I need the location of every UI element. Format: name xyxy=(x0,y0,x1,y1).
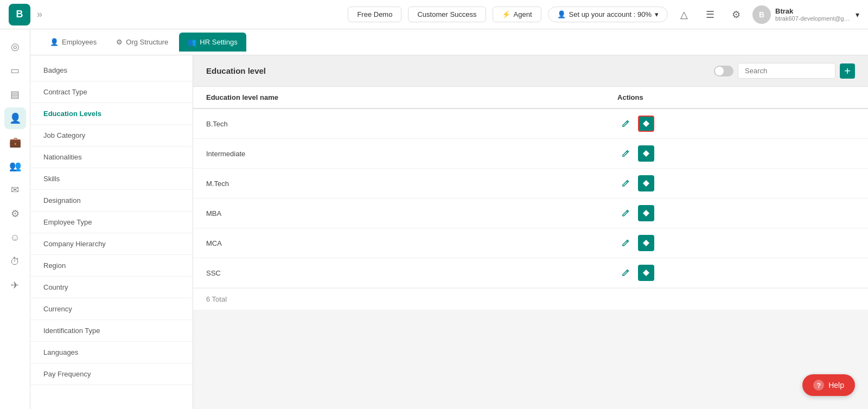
tab-icon: ⚙ xyxy=(116,38,123,46)
help-icon: ? xyxy=(813,380,824,391)
edit-button[interactable] xyxy=(617,175,634,191)
education-level-name: Intermediate xyxy=(193,139,604,169)
delete-button[interactable] xyxy=(638,205,654,221)
table-row: Intermediate xyxy=(193,139,868,169)
help-label: Help xyxy=(828,381,844,389)
group-icon[interactable]: 👥 xyxy=(4,155,26,177)
menu-item-education-levels[interactable]: Education Levels xyxy=(30,103,193,125)
education-level-name: MCA xyxy=(193,228,604,258)
tv-icon[interactable]: ▭ xyxy=(4,60,26,81)
menu-item-region[interactable]: Region xyxy=(30,255,193,277)
tab-icon: 👤 xyxy=(50,38,59,46)
profile-icon[interactable]: ☺ xyxy=(4,227,26,248)
tab-hr-settings[interactable]: 👥HR Settings xyxy=(179,33,246,52)
settings-icon-button[interactable]: ⚙ xyxy=(726,5,746,24)
table-row: M.Tech xyxy=(193,169,868,199)
edit-button[interactable] xyxy=(617,205,634,221)
actions-cell xyxy=(604,169,868,199)
menu-item-company-hierarchy[interactable]: Company Hierarchy xyxy=(30,233,193,255)
delete-button[interactable] xyxy=(638,145,654,162)
search-input[interactable] xyxy=(738,63,835,79)
menu-item-pay-frequency[interactable]: Pay Frequency xyxy=(30,363,193,385)
help-button[interactable]: ? Help xyxy=(802,374,855,396)
menu-item-languages[interactable]: Languages xyxy=(30,342,193,363)
table-row: SSC xyxy=(193,258,868,288)
edit-button[interactable] xyxy=(617,145,634,162)
actions-cell xyxy=(604,108,868,139)
table-row: MCA xyxy=(193,228,868,258)
sub-nav: 👤Employees⚙Org Structure👥HR Settings xyxy=(30,29,868,55)
menu-item-employee-type[interactable]: Employee Type xyxy=(30,212,193,233)
menu-item-identification-type[interactable]: Identification Type xyxy=(30,320,193,342)
menu-item-currency[interactable]: Currency xyxy=(30,298,193,320)
setup-button[interactable]: 👤 Set up your account : 90% ▾ xyxy=(548,7,668,22)
menu-item-job-category[interactable]: Job Category xyxy=(30,125,193,146)
user-name: Btrak xyxy=(775,7,851,15)
actions-cell xyxy=(604,228,868,258)
settings2-icon[interactable]: ⚙ xyxy=(4,203,26,225)
col-name-header: Education level name xyxy=(193,87,604,108)
table-header-row: Education level name Actions xyxy=(193,87,868,108)
edit-button[interactable] xyxy=(617,265,634,281)
education-level-name: B.Tech xyxy=(193,108,604,139)
menu-item-designation[interactable]: Designation xyxy=(30,190,193,212)
free-demo-button[interactable]: Free Demo xyxy=(348,7,401,22)
logo-button[interactable]: B xyxy=(9,4,30,25)
page-content: BadgesContract TypeEducation LevelsJob C… xyxy=(30,55,868,409)
table-row: MBA xyxy=(193,199,868,228)
menu-item-country[interactable]: Country xyxy=(30,277,193,298)
dropdown-icon: ▾ xyxy=(655,10,659,18)
header-controls: + xyxy=(714,63,855,79)
main-panel: Education level + Education level name A… xyxy=(193,55,868,409)
col-actions-header: Actions xyxy=(604,87,868,108)
briefcase-icon[interactable]: 💼 xyxy=(4,131,26,153)
edit-button[interactable] xyxy=(617,116,634,132)
customer-success-button[interactable]: Customer Success xyxy=(408,7,486,22)
person-icon[interactable]: 👤 xyxy=(4,107,26,129)
section-header: Education level + xyxy=(193,55,868,87)
agent-icon: ⚡ xyxy=(502,10,510,18)
doc-icon: ☰ xyxy=(706,9,714,21)
delete-button[interactable] xyxy=(638,175,654,191)
globe-icon[interactable]: ◎ xyxy=(4,36,26,57)
left-menu: BadgesContract TypeEducation LevelsJob C… xyxy=(30,55,193,409)
education-level-name: MBA xyxy=(193,199,604,228)
paper-plane-icon[interactable]: ✈ xyxy=(4,274,26,296)
alert-icon-button[interactable]: △ xyxy=(674,5,694,24)
settings-icon: ⚙ xyxy=(732,9,741,21)
agent-button[interactable]: ⚡ Agent xyxy=(493,7,541,22)
tab-employees[interactable]: 👤Employees xyxy=(41,33,105,52)
clock-icon[interactable]: ⏱ xyxy=(4,251,26,272)
tab-org-structure[interactable]: ⚙Org Structure xyxy=(107,33,177,52)
nav-dots-icon[interactable]: » xyxy=(37,9,42,20)
mail-icon[interactable]: ✉ xyxy=(4,179,26,201)
doc-icon-button[interactable]: ☰ xyxy=(700,5,720,24)
person-setup-icon: 👤 xyxy=(557,10,566,18)
delete-button[interactable] xyxy=(638,235,654,251)
menu-item-nationalities[interactable]: Nationalities xyxy=(30,146,193,168)
education-table: Education level name Actions B.TechInter… xyxy=(193,87,868,288)
icon-sidebar: ◎▭▤👤💼👥✉⚙☺⏱✈ xyxy=(0,29,30,409)
education-level-name: SSC xyxy=(193,258,604,288)
user-dropdown-icon: ▾ xyxy=(856,10,859,19)
education-level-name: M.Tech xyxy=(193,169,604,199)
table-row: B.Tech xyxy=(193,108,868,139)
app-body: ◎▭▤👤💼👥✉⚙☺⏱✈ 👤Employees⚙Org Structure👥HR … xyxy=(0,29,868,409)
tab-icon: 👥 xyxy=(188,38,196,46)
menu-item-contract-type[interactable]: Contract Type xyxy=(30,81,193,103)
user-area[interactable]: B Btrak btrak607-development@gm... ▾ xyxy=(752,5,859,24)
menu-item-badges[interactable]: Badges xyxy=(30,60,193,81)
delete-button[interactable] xyxy=(638,265,654,281)
table-footer: 6 Total xyxy=(193,288,868,310)
total-label: 6 Total xyxy=(206,295,227,303)
menu-item-skills[interactable]: Skills xyxy=(30,168,193,190)
content-area: 👤Employees⚙Org Structure👥HR Settings Bad… xyxy=(30,29,868,409)
toggle-switch[interactable] xyxy=(714,66,733,76)
add-button[interactable]: + xyxy=(840,63,855,79)
actions-cell xyxy=(604,139,868,169)
actions-cell xyxy=(604,258,868,288)
edit-button[interactable] xyxy=(617,235,634,251)
delete-button[interactable] xyxy=(638,116,654,132)
calendar-icon[interactable]: ▤ xyxy=(4,84,26,105)
section-title: Education level xyxy=(206,66,266,75)
